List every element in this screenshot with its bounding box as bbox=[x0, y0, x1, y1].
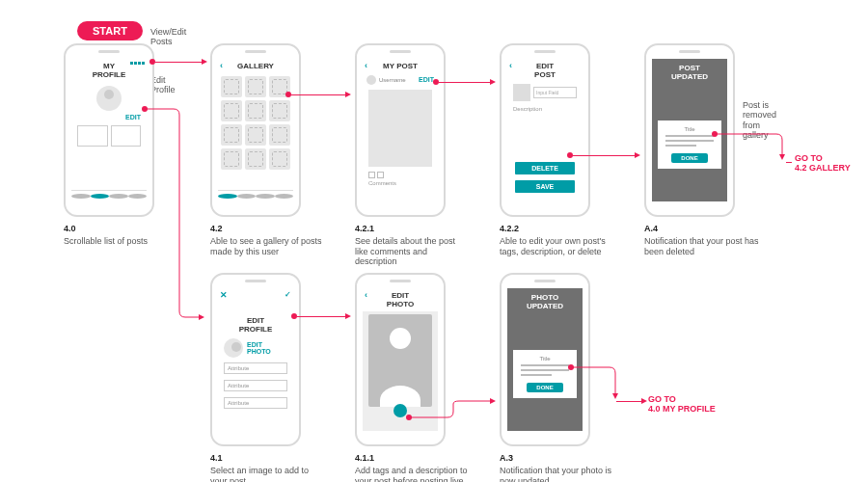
avatar-icon bbox=[366, 75, 376, 85]
caption-4-2-1: 4.2.1See details about the post like com… bbox=[355, 224, 471, 267]
flow-arrow bbox=[439, 82, 492, 83]
flow-dot bbox=[142, 106, 148, 112]
flow-dot bbox=[406, 415, 412, 420]
caption-4-2-2: 4.2.2Able to edit your own post's tags, … bbox=[500, 224, 615, 256]
arrow-head-icon bbox=[490, 79, 496, 85]
title-edit-post: ‹EDIT POST bbox=[507, 59, 583, 82]
done-button[interactable]: DONE bbox=[527, 383, 562, 392]
screen-my-post: ‹MY POST Username EDIT Comments bbox=[355, 43, 446, 217]
post-image bbox=[368, 90, 432, 167]
edit-photo-link[interactable]: EDIT PHOTO bbox=[247, 341, 271, 355]
flow-dot bbox=[712, 131, 718, 137]
bottom-nav[interactable] bbox=[218, 190, 293, 201]
screen-edit-photo: ‹EDIT PHOTO bbox=[355, 273, 446, 446]
title-my-post: ‹MY POST bbox=[363, 59, 438, 73]
caption-a-4: A.4Notification that your post has been … bbox=[644, 224, 779, 256]
back-icon[interactable]: ‹ bbox=[365, 291, 367, 301]
arrow-head-icon bbox=[779, 154, 785, 160]
save-button[interactable]: SAVE bbox=[515, 180, 575, 193]
caption-4-2: 4.2Able to see a gallery of posts made b… bbox=[210, 224, 326, 256]
close-icon[interactable]: ✕ bbox=[220, 291, 228, 301]
back-icon[interactable]: ‹ bbox=[220, 62, 223, 71]
title-photo-updated: PHOTO UPDATED bbox=[507, 288, 583, 317]
caption-4-1-1: 4.1.1Add tags and a description to your … bbox=[355, 453, 471, 482]
description-label: Description bbox=[507, 103, 583, 112]
start-badge: START bbox=[77, 21, 143, 40]
screen-edit-profile: ✕ ✓ EDIT PROFILE EDIT PHOTO Attribute At… bbox=[210, 273, 301, 446]
title-post-updated: POST UPDATED bbox=[652, 59, 727, 88]
back-icon[interactable]: ‹ bbox=[509, 62, 512, 71]
gallery-grid[interactable] bbox=[218, 73, 293, 173]
delete-button[interactable]: DELETE bbox=[515, 162, 575, 174]
grid-icon[interactable] bbox=[130, 62, 145, 65]
done-button[interactable]: DONE bbox=[671, 153, 707, 163]
back-icon[interactable]: ‹ bbox=[365, 62, 367, 71]
goto-gallery: GO TO 4.2 GALLERY bbox=[795, 154, 851, 174]
input-field[interactable]: Input Field bbox=[533, 87, 577, 98]
screen-gallery: ‹GALLERY bbox=[210, 43, 301, 217]
screen-post-updated: POST UPDATED Title DONE bbox=[644, 43, 735, 217]
post-thumb bbox=[111, 125, 142, 147]
title-edit-photo: ‹EDIT PHOTO bbox=[363, 288, 438, 311]
flow-arrow bbox=[616, 401, 643, 402]
bottom-nav[interactable] bbox=[71, 190, 147, 201]
attribute-input[interactable]: Attribute bbox=[224, 397, 287, 409]
attribute-input[interactable]: Attribute bbox=[224, 362, 287, 374]
flow-arrow bbox=[291, 94, 347, 95]
caption-4-1: 4.1Select an image to add to your post bbox=[210, 453, 326, 482]
arrow-head-icon bbox=[635, 152, 640, 158]
confirmation-card: Title DONE bbox=[513, 350, 577, 398]
arrow-head-icon bbox=[345, 313, 351, 319]
caption-a-3: A.3Notification that your photo is now u… bbox=[500, 453, 615, 482]
flow-arrow bbox=[573, 155, 637, 156]
check-icon[interactable]: ✓ bbox=[285, 291, 291, 300]
arrow-head-icon bbox=[199, 314, 204, 320]
flow-arrow bbox=[145, 109, 212, 331]
arrow-head-icon bbox=[345, 92, 351, 97]
title-gallery: ‹GALLERY bbox=[218, 59, 293, 73]
arrow-head-icon bbox=[641, 398, 647, 404]
flow-arrow bbox=[786, 162, 792, 163]
post-thumb bbox=[513, 84, 530, 101]
flow-arrow bbox=[297, 316, 347, 317]
avatar-icon bbox=[96, 86, 122, 111]
screen-edit-post: ‹EDIT POST Input Field Description DELET… bbox=[500, 43, 590, 217]
arrow-head-icon bbox=[202, 59, 207, 65]
label-post-removed: Post is removed from gallery bbox=[743, 100, 776, 140]
attribute-input[interactable]: Attribute bbox=[224, 380, 287, 391]
arrow-head-icon bbox=[490, 398, 496, 404]
photo-preview bbox=[368, 314, 432, 407]
flow-dot bbox=[568, 364, 574, 370]
fab-button[interactable] bbox=[393, 404, 407, 417]
avatar-icon bbox=[224, 338, 243, 358]
title-edit-profile: ✕ ✓ EDIT PROFILE bbox=[218, 288, 293, 336]
flow-arrow bbox=[155, 62, 203, 63]
username-label: Username bbox=[379, 77, 406, 83]
arrow-head-icon bbox=[612, 393, 618, 399]
screen-photo-updated: PHOTO UPDATED Title DONE bbox=[500, 273, 590, 446]
post-thumb bbox=[77, 125, 108, 147]
label-view-edit-posts: View/Edit Posts bbox=[150, 27, 186, 47]
goto-profile: GO TO 4.0 MY PROFILE bbox=[648, 395, 716, 415]
edit-post-link[interactable]: EDIT bbox=[419, 76, 434, 83]
edit-profile-link[interactable]: EDIT bbox=[71, 111, 147, 121]
confirmation-card: Title DONE bbox=[658, 120, 721, 169]
screen-my-profile: MY PROFILE EDIT bbox=[64, 43, 154, 217]
caption-4-0: 4.0Scrollable list of posts bbox=[64, 224, 179, 247]
